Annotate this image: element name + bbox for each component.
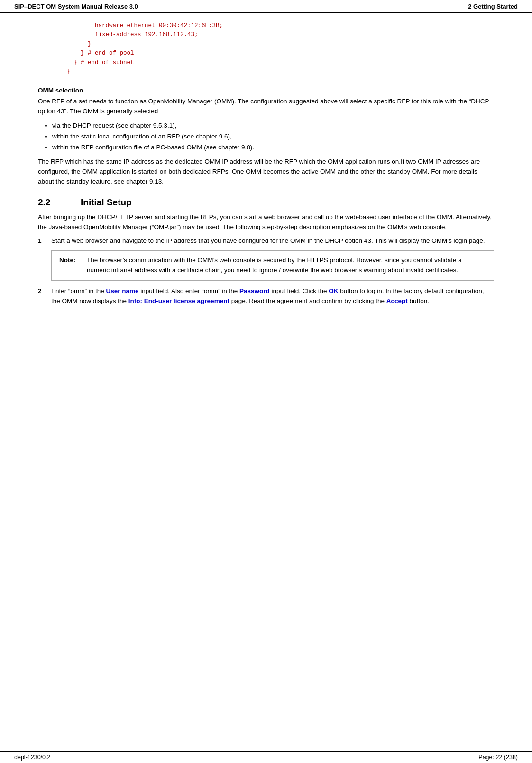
main-content: hardware ethernet 00:30:42:12:6E:3B; fix… bbox=[0, 13, 532, 751]
section-22-header: 2.2 Initial Setup bbox=[38, 197, 494, 208]
note-label: Note: bbox=[59, 256, 80, 276]
accept-label: Accept bbox=[386, 297, 408, 304]
bullet-item: via the DHCP request (see chapter 9.5.3.… bbox=[52, 120, 494, 131]
step-2: 2 Enter “omm” in the User name input fie… bbox=[38, 286, 494, 306]
omm-bullet-list: via the DHCP request (see chapter 9.5.3.… bbox=[52, 120, 494, 153]
page-header: SIP–DECT OM System Manual Release 3.0 2 … bbox=[0, 0, 532, 13]
step-1-number: 1 bbox=[38, 236, 46, 246]
section-title: Initial Setup bbox=[81, 197, 132, 208]
step-1: 1 Start a web browser and navigate to th… bbox=[38, 236, 494, 246]
omm-paragraph-2: The RFP which has the same IP address as… bbox=[38, 157, 494, 187]
page-footer: depl-1230/0.2 Page: 22 (238) bbox=[0, 751, 532, 763]
step-2-number: 2 bbox=[38, 286, 46, 306]
omm-selection-heading: OMM selection bbox=[38, 87, 494, 94]
password-label: Password bbox=[239, 287, 270, 294]
ok-label: OK bbox=[329, 287, 338, 294]
code-block: hardware ethernet 00:30:42:12:6E:3B; fix… bbox=[38, 21, 494, 82]
section-number: 2.2 bbox=[38, 197, 66, 208]
header-title-right: 2 Getting Started bbox=[468, 3, 518, 10]
header-title-left: SIP–DECT OM System Manual Release 3.0 bbox=[14, 3, 138, 10]
bullet-item: within the RFP configuration file of a P… bbox=[52, 142, 494, 153]
step-1-text: Start a web browser and navigate to the … bbox=[51, 236, 485, 246]
section22-intro: After bringing up the DHCP/TFTP server a… bbox=[38, 212, 494, 232]
username-label: User name bbox=[106, 287, 139, 294]
footer-left: depl-1230/0.2 bbox=[14, 754, 50, 761]
bullet-item: within the static local configuration of… bbox=[52, 131, 494, 142]
step-2-text: Enter “omm” in the User name input field… bbox=[51, 286, 494, 306]
omm-paragraph-1: One RFP of a set needs to function as Op… bbox=[38, 97, 494, 117]
note-box: Note: The browser’s communication with t… bbox=[51, 250, 494, 281]
note-content: The browser’s communication with the OMM… bbox=[87, 256, 486, 276]
footer-right: Page: 22 (238) bbox=[478, 754, 518, 761]
page-wrapper: SIP–DECT OM System Manual Release 3.0 2 … bbox=[0, 0, 532, 763]
info-label: Info: End-user license agreement bbox=[128, 297, 229, 304]
